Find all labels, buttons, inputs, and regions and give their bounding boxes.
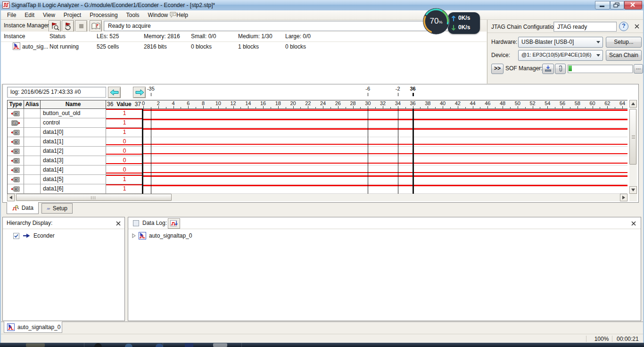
scroll-down-arrow[interactable] — [629, 186, 637, 194]
time-bar-label-36[interactable]: 36 — [406, 86, 420, 91]
signal-wave-row[interactable] — [143, 128, 627, 137]
menu-tools[interactable]: Tools — [122, 11, 144, 19]
attach-sof-button[interactable] — [555, 64, 566, 74]
sof-expand-button[interactable]: >> — [491, 64, 504, 74]
hierarchy-close-icon[interactable] — [116, 221, 121, 227]
help-button[interactable]: ? — [619, 22, 628, 31]
signal-row[interactable]: Rdata1[4]0 — [8, 165, 143, 175]
setup-tab-icon — [47, 205, 50, 212]
scroll-up-arrow[interactable] — [629, 100, 637, 107]
signal-wave-row[interactable] — [143, 118, 627, 128]
signal-name-cell[interactable]: data1[1] — [41, 137, 106, 147]
close-button[interactable] — [624, 1, 642, 9]
scroll-right-arrow[interactable] — [620, 194, 627, 201]
wave-area[interactable] — [142, 109, 627, 194]
signal-wave-row[interactable] — [143, 109, 627, 118]
feedback-bubble-icon[interactable] — [170, 12, 177, 20]
autorun-analysis-button[interactable] — [62, 20, 74, 32]
signal-wave-row[interactable] — [143, 175, 627, 184]
menu-edit[interactable]: Edit — [20, 11, 39, 19]
h-scrollbar[interactable] — [7, 194, 627, 201]
signal-name-cell[interactable]: control — [41, 118, 106, 128]
signal-row[interactable]: Rdata1[2]0 — [8, 147, 143, 156]
signal-row[interactable]: Rdata1[3]0 — [8, 156, 143, 165]
instance-cell-6: 0 blocks — [285, 43, 306, 50]
datalog-close-icon[interactable] — [631, 221, 636, 227]
jtag-panel: JTAG Chain Configuration: JTAG ready ? H… — [487, 20, 644, 83]
signal-name-cell[interactable]: button_out_old — [41, 109, 106, 118]
menu-project[interactable]: Project — [59, 11, 85, 19]
signal-wave-row[interactable] — [143, 156, 627, 165]
tab-data[interactable]: Data — [7, 202, 39, 214]
signal-wave-row[interactable] — [143, 165, 627, 175]
setup-button[interactable]: Setup... — [606, 37, 642, 48]
signal-name-cell[interactable]: data1[3] — [41, 156, 106, 165]
menu-file[interactable]: File — [3, 11, 20, 19]
signal-name-cell[interactable]: data1[4] — [41, 165, 106, 175]
signal-type-icon: R — [8, 128, 24, 137]
recorder-gauge[interactable]: 70% — [421, 7, 451, 36]
bottom-tab-auto-signaltap[interactable]: auto_signaltap_0 — [4, 322, 62, 333]
signal-alias-cell[interactable] — [24, 118, 41, 128]
signal-row[interactable]: Rdata1[6]1 — [8, 184, 143, 194]
signal-name-cell[interactable]: data1[2] — [41, 147, 106, 156]
sof-browse-button[interactable]: ... — [634, 64, 643, 74]
hardware-select[interactable]: USB-Blaster [USB-0] — [518, 37, 603, 48]
signal-wave-row[interactable] — [143, 147, 627, 156]
datalog-capture-button[interactable] — [168, 218, 180, 229]
menu-processing[interactable]: Processing — [85, 11, 122, 19]
signal-alias-cell[interactable] — [24, 175, 41, 184]
time-bar-label--6[interactable]: -6 — [361, 86, 375, 91]
minimize-button[interactable] — [595, 1, 610, 9]
time-bar-label--2[interactable]: -2 — [391, 86, 405, 91]
marker-labels-layer[interactable]: -35-6-236 — [3, 84, 630, 99]
signal-alias-cell[interactable] — [24, 109, 41, 118]
svg-text:R: R — [15, 159, 17, 163]
jtag-close-icon[interactable] — [635, 24, 639, 30]
windows-taskbar[interactable] — [0, 343, 644, 347]
v-scroll-thumb[interactable] — [629, 109, 636, 165]
datalog-item[interactable]: auto_signaltap_0 — [132, 232, 192, 240]
data-log-icon — [170, 220, 178, 227]
signal-row[interactable]: Icontrol1 — [8, 118, 143, 128]
time-bar-label--35[interactable]: -35 — [144, 86, 158, 91]
download-rate: 0K/s — [458, 24, 470, 31]
signal-alias-cell[interactable] — [24, 147, 41, 156]
signal-row[interactable]: Rdata1[0]1 — [8, 128, 143, 137]
network-speed-pill[interactable]: 0K/s 0K/s — [448, 12, 480, 34]
signal-name-cell[interactable]: data1[5] — [41, 175, 106, 184]
tab-setup[interactable]: Setup — [41, 203, 73, 214]
device-select[interactable]: @1: EP3C(10|5)/EP4CE(10|6) (0 — [518, 50, 603, 61]
restore-button[interactable] — [610, 1, 624, 9]
time-ruler[interactable]: 0246810121416182022242628303234363840424… — [142, 100, 627, 109]
signal-grid[interactable]: Rbutton_out_old1Icontrol1Rdata1[0]1Rdata… — [7, 109, 143, 194]
program-device-button[interactable] — [542, 64, 554, 74]
signal-row[interactable]: Rbutton_out_old1 — [8, 109, 143, 118]
v-scrollbar[interactable] — [629, 100, 637, 194]
scan-chain-button[interactable]: Scan Chain — [606, 50, 642, 61]
signal-name-cell[interactable]: data1[0] — [41, 128, 106, 137]
read-data-button[interactable] — [90, 20, 102, 32]
menu-window[interactable]: Window — [144, 11, 173, 19]
signal-alias-cell[interactable] — [24, 128, 41, 137]
datalog-checkbox[interactable] — [133, 220, 139, 226]
signal-alias-cell[interactable] — [24, 156, 41, 165]
signal-name-cell[interactable]: data1[6] — [41, 184, 106, 194]
instance-col-0: Instance — [4, 33, 25, 40]
signal-row[interactable]: Rdata1[5]1 — [8, 175, 143, 184]
run-analysis-button[interactable] — [49, 20, 61, 32]
scroll-left-arrow[interactable] — [7, 194, 15, 201]
econder-checkbox[interactable] — [13, 233, 19, 239]
signal-wave-row[interactable] — [143, 184, 627, 194]
signal-alias-cell[interactable] — [24, 184, 41, 194]
stop-analysis-button[interactable] — [75, 20, 87, 32]
signal-type-icon: R — [8, 147, 24, 156]
menu-view[interactable]: View — [39, 11, 59, 19]
signal-alias-cell[interactable] — [24, 165, 41, 175]
signal-row[interactable]: Rdata1[1]0 — [8, 137, 143, 147]
h-scroll-thumb[interactable] — [16, 194, 172, 201]
hierarchy-item-econder[interactable]: Econder — [13, 232, 55, 240]
instance-cell-0[interactable]: auto_sig... — [22, 43, 48, 50]
signal-wave-row[interactable] — [143, 137, 627, 147]
signal-alias-cell[interactable] — [24, 137, 41, 147]
